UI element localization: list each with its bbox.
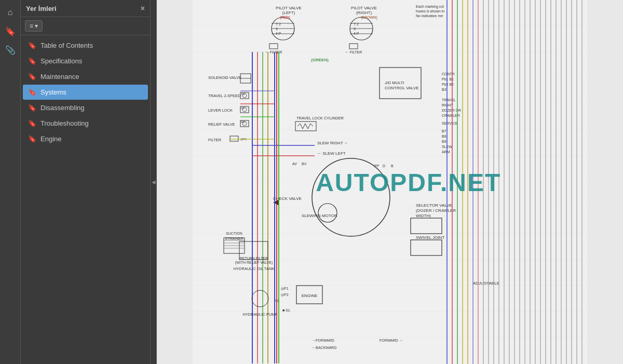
svg-text:ENGINE: ENGINE bbox=[302, 293, 318, 298]
svg-text:LEVER LOCK: LEVER LOCK bbox=[208, 108, 233, 113]
svg-text:DOZER OR: DOZER OR bbox=[442, 109, 461, 112]
svg-text:WIDTH): WIDTH) bbox=[416, 213, 431, 218]
bookmark-icon: 🔖 bbox=[28, 73, 36, 80]
svg-text:◎P2: ◎P2 bbox=[281, 293, 289, 296]
svg-text:B7: B7 bbox=[442, 129, 446, 133]
svg-text:→FORWARD: →FORWARD bbox=[312, 339, 334, 342]
svg-text:hoses is shown in: hoses is shown in bbox=[416, 9, 444, 13]
bookmark-icon: 🔖 bbox=[28, 42, 36, 49]
svg-text:HYDRAULIC OIL TANK: HYDRAULIC OIL TANK bbox=[234, 266, 275, 271]
svg-text:B3: B3 bbox=[442, 88, 446, 91]
svg-text:(GREEN): (GREEN) bbox=[311, 58, 329, 62]
svg-text:3: 3 bbox=[354, 27, 356, 31]
svg-text:No indication me: No indication me bbox=[416, 14, 443, 18]
svg-text:←BACKWARD: ←BACKWARD bbox=[312, 346, 336, 349]
svg-text:4 P: 4 P bbox=[276, 32, 281, 35]
sidebar-title: Yer İmleri bbox=[26, 5, 57, 12]
svg-text:(DOZER / CRAWLER: (DOZER / CRAWLER bbox=[416, 208, 456, 213]
svg-text:T 2: T 2 bbox=[354, 22, 359, 26]
svg-text:D: D bbox=[383, 164, 385, 168]
svg-text:CONTROL VALVE: CONTROL VALVE bbox=[385, 86, 419, 90]
svg-text:PILOT VALVE: PILOT VALVE bbox=[276, 6, 302, 10]
svg-text:A2: A2 bbox=[241, 92, 245, 96]
svg-text:(RIGHT): (RIGHT) bbox=[356, 10, 372, 15]
svg-text:P2: P2 bbox=[241, 120, 245, 124]
sidebar-item-troubleshooting[interactable]: 🔖Troubleshooting bbox=[23, 116, 148, 131]
home-icon[interactable]: ⌂ bbox=[2, 4, 19, 21]
svg-text:Each marking col: Each marking col bbox=[416, 5, 444, 9]
svg-text:CHECK VALVE: CHECK VALVE bbox=[273, 196, 302, 201]
svg-text:HYDRAULIC PUMP: HYDRAULIC PUMP bbox=[242, 312, 277, 317]
paperclip-icon[interactable]: 📎 bbox=[2, 42, 19, 58]
svg-text:AV: AV bbox=[292, 162, 297, 166]
svg-text:FILTER: FILTER bbox=[208, 138, 222, 142]
sidebar-item-label: Disassembling bbox=[40, 104, 85, 112]
chevron-left-icon: ◀ bbox=[152, 179, 156, 185]
svg-text:← SLEW LEFT: ← SLEW LEFT bbox=[317, 151, 346, 156]
sidebar-item-table-of-contents[interactable]: 🔖Table of Contents bbox=[23, 38, 148, 53]
view-options-button[interactable]: ≡ ▾ bbox=[25, 20, 43, 32]
svg-text:TRAVEL 2-SPEED: TRAVEL 2-SPEED bbox=[208, 93, 241, 98]
sidebar-item-label: Troubleshooting bbox=[40, 119, 89, 127]
svg-text:SOLENOID VALVE: SOLENOID VALVE bbox=[208, 75, 241, 80]
svg-text:SUCTION: SUCTION bbox=[226, 232, 242, 235]
svg-text:J/D MULTI: J/D MULTI bbox=[385, 80, 404, 85]
sidebar-item-engine[interactable]: 🔖Engine bbox=[23, 131, 148, 146]
svg-text:TRAVEL: TRAVEL bbox=[442, 98, 456, 102]
main-content: PILOT VALVE (LEFT) (RED) T 2 3 4 P ← FIL… bbox=[157, 0, 623, 364]
svg-text:3: 3 bbox=[276, 27, 278, 31]
sidebar-item-systems[interactable]: 🔖Systems bbox=[23, 85, 148, 100]
sidebar-item-label: Specifications bbox=[40, 57, 82, 65]
svg-text:TRAVEL LOCK CYLINDER: TRAVEL LOCK CYLINDER bbox=[296, 116, 344, 120]
svg-text:■ S1: ■ S1 bbox=[282, 308, 290, 312]
close-button[interactable]: × bbox=[141, 4, 145, 12]
svg-text:CONTR: CONTR bbox=[442, 72, 455, 76]
svg-text:← FILTER: ← FILTER bbox=[345, 50, 362, 54]
svg-text:BV: BV bbox=[302, 162, 307, 166]
svg-text:B8: B8 bbox=[442, 134, 446, 138]
sidebar-item-label: Engine bbox=[40, 135, 61, 143]
sidebar-toolbar: ≡ ▾ bbox=[21, 17, 150, 35]
svg-text:(RED): (RED) bbox=[280, 16, 290, 20]
bookmark-icon: 🔖 bbox=[28, 135, 36, 143]
svg-text:SWIVEL JOINT: SWIVEL JOINT bbox=[416, 235, 444, 240]
sidebar-item-maintenance[interactable]: 🔖Maintenance bbox=[23, 69, 148, 84]
sidebar-item-label: Systems bbox=[40, 88, 66, 96]
bookmark-icon: 🔖 bbox=[28, 88, 36, 96]
svg-text:RIGHT: RIGHT bbox=[442, 103, 454, 107]
svg-text:SLEW RIGHT ←: SLEW RIGHT ← bbox=[317, 141, 348, 145]
svg-text:PILOT VALVE: PILOT VALVE bbox=[351, 6, 377, 10]
bookmark-icon: 🔖 bbox=[28, 119, 36, 127]
svg-text:STRAINER: STRAINER bbox=[225, 237, 243, 240]
svg-text:ARM: ARM bbox=[442, 150, 450, 154]
diagram-area: PILOT VALVE (LEFT) (RED) T 2 3 4 P ← FIL… bbox=[157, 0, 623, 364]
svg-text:◎P1: ◎P1 bbox=[281, 287, 289, 290]
sidebar-item-disassembling[interactable]: 🔖Disassembling bbox=[23, 100, 148, 115]
sidebar-header: Yer İmleri × bbox=[21, 0, 150, 17]
svg-text:PP: PP bbox=[374, 164, 380, 168]
svg-text:RELIEF VALVE: RELIEF VALVE bbox=[208, 122, 235, 127]
hydraulic-diagram: PILOT VALVE (LEFT) (RED) T 2 3 4 P ← FIL… bbox=[157, 0, 623, 364]
collapse-handle[interactable]: ◀ bbox=[151, 0, 157, 364]
svg-text:B9: B9 bbox=[442, 140, 446, 143]
left-toolbar: ⌂ 🔖 📎 bbox=[0, 0, 21, 364]
svg-text:(LEFT): (LEFT) bbox=[282, 10, 295, 15]
sidebar-item-label: Maintenance bbox=[40, 73, 79, 80]
bookmark-list: 🔖Table of Contents🔖Specifications🔖Mainte… bbox=[21, 35, 150, 364]
svg-text:(BROWN): (BROWN) bbox=[361, 16, 377, 20]
svg-text:A1: A1 bbox=[241, 106, 245, 110]
sidebar-item-label: Table of Contents bbox=[40, 42, 93, 49]
svg-text:(WITH RELIEF VALVE): (WITH RELIEF VALVE) bbox=[235, 261, 273, 265]
svg-text:B: B bbox=[391, 164, 394, 168]
svg-text:FORWARD →: FORWARD → bbox=[380, 339, 403, 342]
bookmarks-icon[interactable]: 🔖 bbox=[2, 23, 19, 39]
svg-text:ADJUSTABLE: ADJUSTABLE bbox=[473, 281, 499, 286]
svg-text:T 2: T 2 bbox=[276, 22, 281, 26]
svg-text:SERVICE: SERVICE bbox=[442, 122, 458, 125]
bookmark-icon: 🔖 bbox=[28, 104, 36, 112]
sidebar-panel: Yer İmleri × ≡ ▾ 🔖Table of Contents🔖Spec… bbox=[21, 0, 151, 364]
svg-text:4 P: 4 P bbox=[354, 32, 359, 35]
sidebar-item-specifications[interactable]: 🔖Specifications bbox=[23, 53, 148, 69]
bookmark-icon: 🔖 bbox=[28, 57, 36, 65]
